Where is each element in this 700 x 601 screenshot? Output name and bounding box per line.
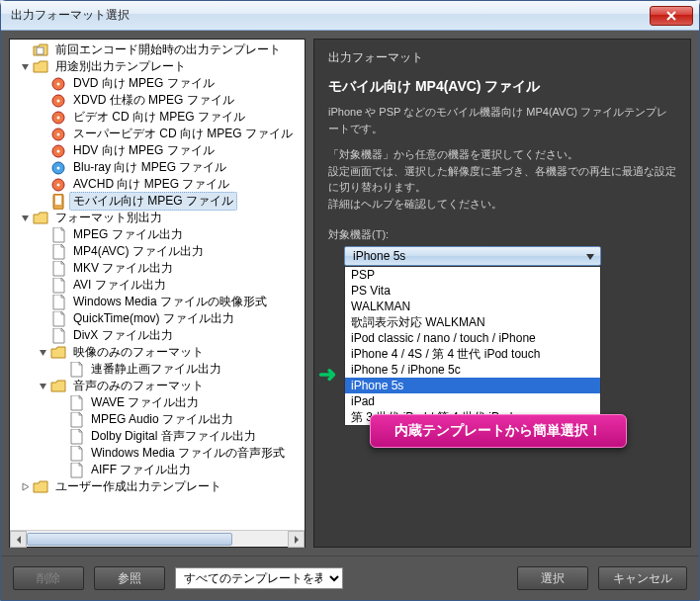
format-detail-panel: 出力フォーマット モバイル向け MP4(AVC) ファイル iPhone や P…	[313, 39, 691, 548]
promo-banner: 内蔵テンプレートから簡単選択！	[370, 414, 627, 448]
tree-item[interactable]: DivX ファイル出力	[10, 327, 305, 344]
combo-option[interactable]: PS Vita	[345, 283, 600, 299]
tree-item[interactable]: ユーザー作成出力テンプレート	[10, 478, 305, 495]
twisty-placeholder	[38, 162, 48, 173]
tree-item-label: AVCHD 向け MPEG ファイル	[73, 177, 229, 191]
section-heading: 出力フォーマット	[328, 49, 676, 66]
tree-item[interactable]: スーパービデオ CD 向け MPEG ファイル	[10, 126, 305, 142]
file-icon	[50, 261, 66, 277]
tree-item[interactable]: AVCHD 向け MPEG ファイル	[10, 176, 305, 193]
tree-item[interactable]: 用途別出力テンプレート	[10, 58, 305, 75]
file-icon	[68, 429, 84, 445]
tree-item-label: Blu-ray 向け MPEG ファイル	[73, 160, 226, 174]
twisty-toggle-icon[interactable]	[20, 213, 31, 223]
tree-item-label: 用途別出力テンプレート	[55, 59, 186, 73]
folder-icon	[50, 379, 66, 394]
tree-item[interactable]: 連番静止画ファイル出力	[10, 361, 305, 378]
delete-button[interactable]: 削除	[13, 566, 84, 590]
scroll-thumb[interactable]	[27, 533, 232, 546]
tree-item-label: MKV ファイル出力	[73, 261, 173, 275]
file-icon	[50, 244, 66, 260]
horizontal-scrollbar[interactable]	[10, 530, 305, 547]
twisty-toggle-icon[interactable]	[20, 481, 31, 492]
svg-point-8	[57, 132, 60, 135]
tree-item[interactable]: MKV ファイル出力	[10, 260, 305, 277]
target-device-listbox[interactable]: PSPPS VitaWALKMAN歌詞表示対応 WALKMANiPod clas…	[344, 266, 601, 426]
template-tree[interactable]: 前回エンコード開始時の出力テンプレート用途別出力テンプレートDVD 向け MPE…	[10, 40, 305, 530]
twisty-placeholder	[38, 229, 48, 240]
tree-item[interactable]: DVD 向け MPEG ファイル	[10, 75, 305, 92]
tree-item[interactable]: AIFF ファイル出力	[10, 462, 305, 478]
tree-item[interactable]: モバイル向け MPEG ファイル	[10, 193, 305, 210]
tree-item[interactable]: MPEG ファイル出力	[10, 226, 305, 243]
tree-item[interactable]: AVI ファイル出力	[10, 277, 305, 294]
tree-item[interactable]: 音声のみのフォーマット	[10, 378, 305, 394]
scroll-left-button[interactable]	[10, 531, 27, 548]
file-icon	[50, 295, 66, 310]
twisty-toggle-icon[interactable]	[20, 61, 31, 72]
template-filter-select[interactable]: すべてのテンプレートを表示	[175, 567, 343, 589]
combo-option[interactable]: iPod classic / nano / touch / iPhone	[345, 330, 600, 346]
twisty-placeholder	[55, 414, 66, 425]
select-button[interactable]: 選択	[517, 566, 588, 590]
tree-item[interactable]: 映像のみのフォーマット	[10, 344, 305, 361]
combo-option[interactable]: iPhone 5 / iPhone 5c	[345, 362, 600, 378]
tree-item-label: AIFF ファイル出力	[91, 463, 191, 476]
combo-option[interactable]: 歌詞表示対応 WALKMAN	[345, 314, 600, 330]
combo-option[interactable]: iPhone 5s	[345, 378, 600, 393]
folder-icon	[33, 211, 48, 226]
scroll-right-button[interactable]	[288, 531, 305, 548]
tree-item[interactable]: Windows Media ファイルの音声形式	[10, 445, 305, 462]
twisty-toggle-icon[interactable]	[38, 381, 48, 391]
tree-item[interactable]: ビデオ CD 向け MPEG ファイル	[10, 109, 305, 126]
tree-item-label: 映像のみのフォーマット	[73, 345, 204, 359]
svg-rect-0	[37, 47, 44, 54]
disc-red-icon	[50, 177, 66, 193]
svg-point-10	[57, 149, 60, 152]
target-device-combo[interactable]: iPhone 5s	[344, 246, 601, 266]
tree-item[interactable]: フォーマット別出力	[10, 210, 305, 226]
window-title: 出力フォーマット選択	[11, 7, 650, 24]
tree-item-label: ビデオ CD 向け MPEG ファイル	[73, 110, 245, 124]
tree-item-label: 前回エンコード開始時の出力テンプレート	[55, 43, 281, 56]
twisty-placeholder	[20, 44, 31, 55]
tree-item[interactable]: HDV 向け MPEG ファイル	[10, 142, 305, 159]
combo-option[interactable]: WALKMAN	[345, 299, 600, 314]
disc-red-icon	[50, 93, 66, 109]
tree-item-label: ユーザー作成出力テンプレート	[55, 479, 221, 493]
format-name: モバイル向け MP4(AVC) ファイル	[328, 78, 676, 96]
tree-item-label: HDV 向け MPEG ファイル	[73, 143, 215, 157]
folder-icon	[33, 479, 48, 495]
svg-point-2	[57, 82, 60, 85]
target-device-label: 対象機器(T):	[328, 227, 676, 242]
tree-item[interactable]: 前回エンコード開始時の出力テンプレート	[10, 42, 305, 58]
combo-option[interactable]: PSP	[345, 267, 600, 283]
tree-item[interactable]: Blu-ray 向け MPEG ファイル	[10, 159, 305, 176]
combo-option[interactable]: iPhone 4 / 4S / 第 4 世代 iPod touch	[345, 346, 600, 362]
file-icon	[68, 463, 84, 478]
twisty-placeholder	[38, 313, 48, 324]
close-button[interactable]	[650, 6, 693, 26]
disc-blue-icon	[50, 160, 66, 176]
tree-item[interactable]: WAVE ファイル出力	[10, 394, 305, 411]
cancel-button[interactable]: キャンセル	[598, 566, 687, 590]
twisty-placeholder	[38, 95, 48, 106]
folder-doc-icon	[33, 43, 48, 58]
dialog-window: 出力フォーマット選択 前回エンコード開始時の出力テンプレート用途別出力テンプレー…	[0, 0, 700, 601]
tree-item[interactable]: MPEG Audio ファイル出力	[10, 411, 305, 428]
tree-item-label: フォーマット別出力	[55, 211, 162, 224]
tree-item[interactable]: QuickTime(mov) ファイル出力	[10, 310, 305, 327]
tree-item-label: WAVE ファイル出力	[91, 395, 199, 409]
svg-point-4	[57, 99, 60, 102]
browse-button[interactable]: 参照	[94, 566, 165, 590]
combo-option[interactable]: iPad	[345, 393, 600, 409]
tree-item[interactable]: Windows Media ファイルの映像形式	[10, 294, 305, 310]
svg-point-6	[57, 116, 60, 119]
file-icon	[68, 412, 84, 428]
twisty-placeholder	[38, 129, 48, 139]
tree-item[interactable]: MP4(AVC) ファイル出力	[10, 243, 305, 260]
tree-item[interactable]: XDVD 仕様の MPEG ファイル	[10, 92, 305, 109]
twisty-toggle-icon[interactable]	[38, 347, 48, 358]
folder-icon	[50, 345, 66, 361]
tree-item[interactable]: Dolby Digital 音声ファイル出力	[10, 428, 305, 445]
